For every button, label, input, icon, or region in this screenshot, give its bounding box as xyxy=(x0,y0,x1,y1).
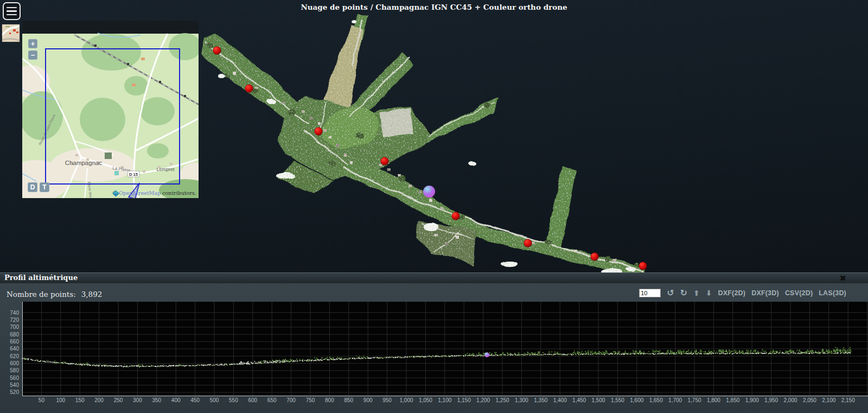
y-axis-tick-label: 580 xyxy=(10,367,19,373)
x-axis-tick-label: 2,150 xyxy=(841,397,855,403)
close-icon[interactable]: ✖ xyxy=(839,273,846,283)
x-axis-tick-label: 950 xyxy=(382,397,392,403)
x-axis-tick-label: 900 xyxy=(363,397,373,403)
x-axis-tick-label: 1,300 xyxy=(515,397,528,403)
x-axis-tick-label: 750 xyxy=(306,397,315,403)
x-axis-tick-label: 600 xyxy=(248,397,257,403)
x-axis-tick-label: 1,150 xyxy=(457,397,471,403)
rotate-cw-icon[interactable]: ↻ xyxy=(680,288,687,298)
arrow-down-icon[interactable]: ⬇ xyxy=(706,288,712,298)
x-axis-tick-label: 1,900 xyxy=(745,397,759,403)
x-axis-tick-label: 350 xyxy=(152,397,161,403)
profile-panel: Profil altimétrique ✖ Nombre de points:3… xyxy=(0,272,868,413)
x-axis-tick-label: 450 xyxy=(190,397,200,403)
profile-waypoint-marker[interactable] xyxy=(381,157,389,166)
minimap-baselayer-button[interactable]: D xyxy=(28,182,37,192)
rotate-ccw-icon[interactable]: ↺ xyxy=(667,288,674,298)
x-axis-tick-label: 1,250 xyxy=(495,397,509,403)
profile-waypoint-marker[interactable] xyxy=(213,47,221,55)
profile-chart-svg: 5205405605806006206406606807007207405010… xyxy=(0,302,868,413)
x-axis-tick-label: 1,850 xyxy=(726,397,739,403)
map-label-lempret: Lempret xyxy=(156,167,175,172)
x-axis-tick-label: 400 xyxy=(171,397,181,403)
y-axis-tick-label: 700 xyxy=(10,324,19,330)
profile-waypoint-marker[interactable] xyxy=(524,239,532,247)
x-axis-tick-label: 1,600 xyxy=(630,397,643,403)
x-axis-tick-label: 850 xyxy=(344,397,353,403)
y-axis-tick-label: 640 xyxy=(10,346,19,352)
x-axis-tick-label: 550 xyxy=(229,397,238,403)
y-axis-tick-label: 740 xyxy=(10,310,19,316)
x-axis-tick-label: 2,100 xyxy=(822,397,835,403)
x-axis-tick-label: 700 xyxy=(286,397,296,403)
y-axis-tick-label: 660 xyxy=(10,339,19,345)
x-axis-tick-label: 1,950 xyxy=(764,397,778,403)
profile-waypoint-marker[interactable] xyxy=(591,253,599,261)
map-thumbnail-toggle[interactable] xyxy=(2,24,20,42)
profile-panel-header[interactable]: Profil altimétrique ✖ xyxy=(0,273,868,283)
x-axis-tick-label: 500 xyxy=(210,397,219,403)
profile-waypoint-marker[interactable] xyxy=(245,85,253,93)
map-label-town: Champagnac xyxy=(65,160,103,166)
x-axis-tick-label: 2,050 xyxy=(803,397,816,403)
menu-icon xyxy=(7,7,17,9)
y-axis-tick-label: 680 xyxy=(10,332,19,338)
x-axis-tick-label: 1,500 xyxy=(591,397,605,403)
export-csv2d-button[interactable]: CSV(2D) xyxy=(785,289,813,297)
x-axis-tick-label: 50 xyxy=(39,397,45,403)
x-axis-tick-label: 1,450 xyxy=(572,397,586,403)
minimap-zoom-in-button[interactable]: + xyxy=(28,39,37,48)
y-axis-tick-label: 560 xyxy=(10,375,19,381)
x-axis-tick-label: 200 xyxy=(94,397,104,403)
profile-waypoint-marker[interactable] xyxy=(452,212,460,220)
x-axis-tick-label: 1,550 xyxy=(611,397,624,403)
minimap-map: Champagnac La Plaine Lempret Route des L… xyxy=(22,21,199,198)
map-label-d15-shield: D 15 xyxy=(129,172,138,177)
x-axis-tick-label: 100 xyxy=(56,397,65,403)
menu-button[interactable] xyxy=(3,2,21,20)
profile-width-input[interactable] xyxy=(639,289,661,297)
x-axis-tick-label: 800 xyxy=(325,397,334,403)
export-las3d-button[interactable]: LAS(3D) xyxy=(819,289,846,297)
export-dxf2d-button[interactable]: DXF(2D) xyxy=(718,289,745,297)
x-axis-tick-label: 1,000 xyxy=(399,397,413,403)
profile-controls: ↺ ↻ ⬆ ⬇ DXF(2D) DXF(3D) CSV(2D) LAS(3D) xyxy=(639,288,846,298)
profile-waypoint-marker[interactable] xyxy=(315,128,323,136)
x-axis-tick-label: 150 xyxy=(75,397,85,403)
osm-link[interactable]: OpenStreetMap xyxy=(119,190,161,196)
x-axis-tick-label: 1,050 xyxy=(419,397,432,403)
minimap[interactable]: Champagnac La Plaine Lempret Route des L… xyxy=(22,21,199,198)
potree-viewer: Nuage de points / Champagnac IGN CC45 + … xyxy=(0,0,868,413)
map-thumbnail-art xyxy=(2,24,20,42)
y-axis-tick-label: 720 xyxy=(10,317,19,323)
elevation-profile-chart[interactable]: 5205405605806006206406606807007207405010… xyxy=(0,302,868,413)
y-axis-tick-label: 620 xyxy=(10,353,19,359)
x-axis-tick-label: 1,700 xyxy=(668,397,682,403)
profile-position-marker[interactable] xyxy=(423,186,435,198)
arrow-up-icon[interactable]: ⬆ xyxy=(693,288,700,298)
y-axis-tick-label: 540 xyxy=(10,382,19,388)
minimap-terrain-button[interactable]: T xyxy=(40,182,49,192)
x-axis-tick-label: 1,400 xyxy=(553,397,567,403)
x-axis-tick-label: 1,750 xyxy=(687,397,701,403)
x-axis-tick-label: 1,650 xyxy=(649,397,663,403)
x-axis-tick-label: 650 xyxy=(267,397,277,403)
minimap-zoom-out-button[interactable]: − xyxy=(28,50,37,60)
point-count: Nombre de points:3,892 xyxy=(7,290,102,298)
x-axis-tick-label: 1,200 xyxy=(476,397,490,403)
profile-panel-title: Profil altimétrique xyxy=(4,274,78,282)
chart-position-marker[interactable] xyxy=(484,352,489,357)
point-count-value: 3,892 xyxy=(81,290,103,298)
export-dxf3d-button[interactable]: DXF(3D) xyxy=(751,289,779,297)
x-axis-tick-label: 1,100 xyxy=(438,397,451,403)
x-axis-tick-label: 1,800 xyxy=(707,397,720,403)
point-count-label: Nombre de points: xyxy=(7,290,76,298)
profile-toolbar: Nombre de points:3,892 ↺ ↻ ⬆ ⬇ DXF(2D) D… xyxy=(0,285,868,302)
x-axis-tick-label: 300 xyxy=(133,397,142,403)
viewer-title: Nuage de points / Champagnac IGN CC45 + … xyxy=(0,3,868,11)
profile-waypoint-marker[interactable] xyxy=(639,262,647,270)
x-axis-tick-label: 2,000 xyxy=(783,397,797,403)
y-axis-tick-label: 520 xyxy=(10,389,19,395)
map-attribution: © OpenStreetMap contributors. xyxy=(112,190,196,196)
osm-logo-icon xyxy=(112,190,119,197)
